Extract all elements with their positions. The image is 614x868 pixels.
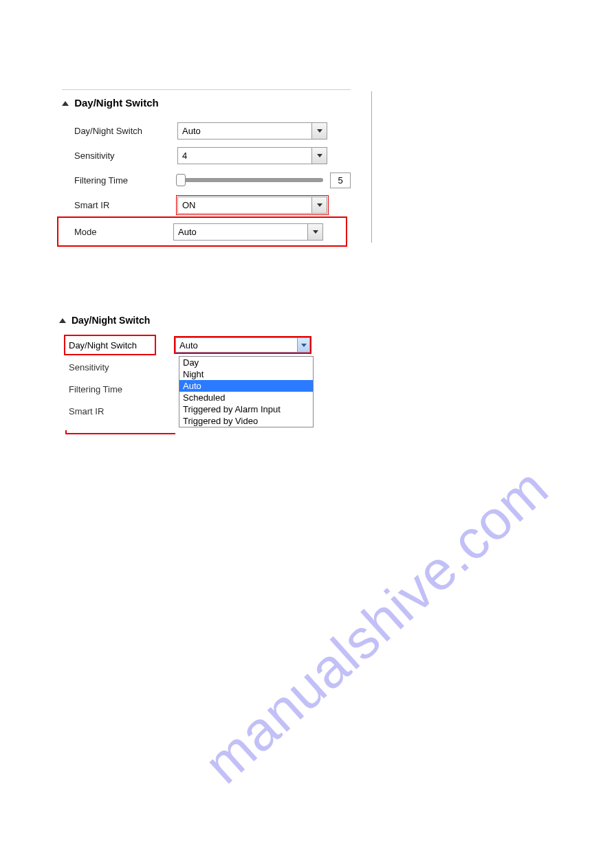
filtering-time-slider[interactable]: [179, 178, 323, 182]
svg-marker-3: [313, 230, 318, 234]
row-day-night-switch: Day/Night Switch Auto DayNightAutoSchedu…: [62, 334, 375, 356]
row-smart-ir: Smart IR ON: [62, 192, 375, 217]
mode-select[interactable]: Auto: [173, 223, 323, 241]
highlight-box-icon: [65, 430, 175, 434]
slider-thumb-icon[interactable]: [176, 174, 186, 186]
select-value: 4: [178, 151, 311, 161]
dropdown-option[interactable]: Auto: [179, 380, 313, 392]
filtering-time-label: Filtering Time: [62, 175, 177, 186]
dropdown-option[interactable]: Triggered by Alarm Input: [179, 403, 313, 415]
smart-ir-label: Smart IR: [62, 406, 172, 416]
dropdown-arrow-icon: [307, 224, 322, 240]
dropdown-option[interactable]: Night: [179, 368, 313, 380]
smart-ir-select[interactable]: ON: [177, 197, 327, 214]
smart-ir-label: Smart IR: [62, 200, 177, 210]
day-night-switch-panel: Day/Night Switch Day/Night Switch Auto S…: [62, 89, 375, 246]
row-filtering-time: Filtering Time 5: [62, 168, 375, 192]
section-header-day-night-switch[interactable]: Day/Night Switch: [59, 315, 375, 326]
dropdown-option[interactable]: Scheduled: [179, 392, 313, 403]
section-title: Day/Night Switch: [74, 97, 159, 109]
row-sensitivity: Sensitivity 4: [62, 143, 375, 168]
day-night-switch-label: Day/Night Switch: [62, 126, 177, 136]
filtering-time-label: Filtering Time: [62, 384, 172, 394]
dropdown-arrow-icon: [311, 148, 327, 164]
row-mode: Mode Auto: [58, 217, 347, 246]
svg-marker-1: [317, 154, 322, 157]
select-value: ON: [178, 200, 311, 210]
day-night-switch-select[interactable]: Auto: [175, 337, 310, 353]
divider: [62, 89, 351, 90]
dropdown-arrow-icon: [311, 123, 327, 139]
chevron-up-icon: [59, 318, 66, 323]
sensitivity-select[interactable]: 4: [177, 147, 327, 164]
dropdown-arrow-icon: [311, 197, 327, 213]
day-night-switch-select[interactable]: Auto: [177, 122, 327, 140]
svg-marker-4: [301, 344, 307, 347]
day-night-switch-panel-expanded: Day/Night Switch Day/Night Switch Auto D…: [62, 315, 375, 422]
select-value: Auto: [178, 126, 311, 136]
day-night-switch-label: Day/Night Switch: [65, 336, 155, 354]
row-day-night-switch: Day/Night Switch Auto: [62, 118, 375, 143]
filtering-time-value[interactable]: 5: [330, 173, 351, 188]
dropdown-arrow-icon: [297, 338, 309, 352]
mode-label: Mode: [62, 227, 173, 237]
sensitivity-label: Sensitivity: [62, 151, 177, 161]
dropdown-option[interactable]: Day: [179, 357, 313, 368]
select-value: Auto: [176, 340, 297, 350]
svg-marker-2: [317, 203, 322, 207]
dropdown-option[interactable]: Triggered by Video: [179, 415, 313, 427]
chevron-up-icon: [62, 101, 69, 106]
select-value: Auto: [174, 227, 307, 237]
svg-marker-0: [317, 129, 322, 133]
section-header-day-night-switch[interactable]: Day/Night Switch: [62, 97, 375, 109]
section-title: Day/Night Switch: [72, 315, 150, 326]
label-text: Day/Night Switch: [69, 340, 137, 350]
day-night-switch-dropdown-list: DayNightAutoScheduledTriggered by Alarm …: [179, 356, 314, 427]
sensitivity-label: Sensitivity: [62, 362, 172, 372]
